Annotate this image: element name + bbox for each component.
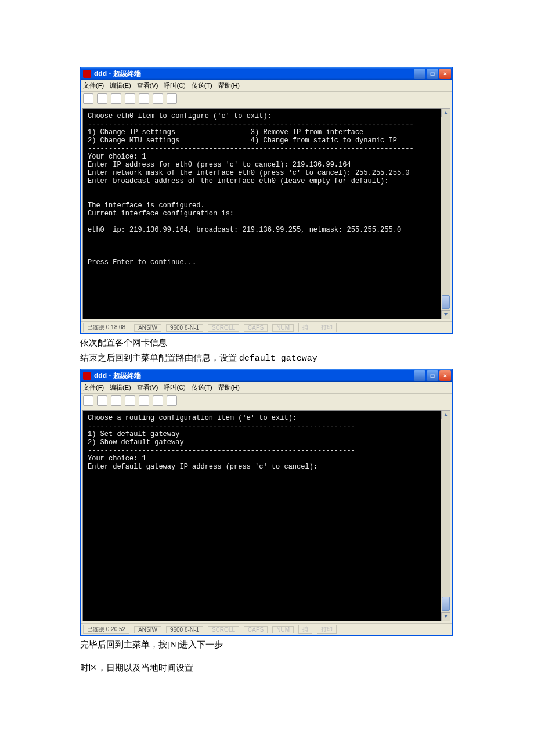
- close-button[interactable]: ×: [439, 69, 451, 79]
- open-icon[interactable]: [97, 395, 107, 406]
- status-caps: CAPS: [244, 324, 268, 332]
- doc-paragraph-3: 完毕后回到主菜单，按[N]进入下一步: [80, 638, 454, 651]
- hyperterminal-window-2: ddd - 超级终端 _ □ × 文件(F) 编辑(E) 查看(V) 呼叫(C)…: [80, 369, 453, 636]
- menu-help[interactable]: 帮助(H): [218, 383, 240, 392]
- status-num: NUM: [272, 324, 294, 332]
- window-title: ddd - 超级终端: [94, 69, 141, 79]
- menu-call[interactable]: 呼叫(C): [164, 383, 185, 392]
- properties-icon[interactable]: [167, 93, 177, 104]
- hyperterminal-window-1: ddd - 超级终端 _ □ × 文件(F) 编辑(E) 查看(V) 呼叫(C)…: [80, 67, 453, 334]
- doc-paragraph-1: 依次配置各个网卡信息: [80, 336, 454, 349]
- vertical-scrollbar[interactable]: [441, 410, 450, 621]
- titlebar[interactable]: ddd - 超级终端 _ □ ×: [81, 369, 452, 382]
- menu-file[interactable]: 文件(F): [83, 383, 104, 392]
- menu-view[interactable]: 查看(V): [137, 383, 158, 392]
- doc-paragraph-4: 时区，日期以及当地时间设置: [80, 661, 454, 674]
- terminal-output[interactable]: Choose a routing configuration item ('e'…: [82, 410, 441, 621]
- status-caps: CAPS: [244, 626, 268, 633]
- menu-edit[interactable]: 编辑(E): [110, 383, 131, 392]
- status-scroll: SCROLL: [208, 324, 239, 332]
- receive-icon[interactable]: [153, 93, 163, 104]
- status-scroll: SCROLL: [208, 626, 239, 633]
- status-connection: 已连接 0:20:52: [83, 625, 129, 634]
- status-connection: 已连接 0:18:08: [83, 323, 129, 332]
- doc-paragraph-2: 结束之后回到主菜单配置路由信息，设置 default gateway: [80, 351, 454, 365]
- call-icon[interactable]: [111, 93, 121, 104]
- menu-file[interactable]: 文件(F): [83, 81, 104, 90]
- app-icon: [83, 372, 91, 380]
- scroll-thumb[interactable]: [442, 295, 450, 309]
- titlebar[interactable]: ddd - 超级终端 _ □ ×: [81, 67, 452, 80]
- menu-help[interactable]: 帮助(H): [218, 81, 240, 90]
- status-print: 打印: [317, 323, 337, 332]
- scroll-thumb[interactable]: [442, 597, 450, 611]
- window-title: ddd - 超级终端: [94, 371, 141, 381]
- minimize-button[interactable]: _: [414, 370, 425, 381]
- status-print: 打印: [317, 625, 337, 634]
- status-emulation: ANSIW: [134, 626, 161, 633]
- receive-icon[interactable]: [153, 395, 163, 406]
- scroll-down-icon[interactable]: [441, 310, 450, 319]
- properties-icon[interactable]: [167, 395, 177, 406]
- send-icon[interactable]: [139, 395, 149, 406]
- doc-mono-gateway: default gateway: [239, 354, 317, 363]
- open-icon[interactable]: [97, 93, 107, 104]
- vertical-scrollbar[interactable]: [441, 108, 450, 319]
- status-baud: 9600 8-N-1: [166, 626, 203, 633]
- hangup-icon[interactable]: [125, 395, 135, 406]
- app-icon: [83, 70, 91, 78]
- close-button[interactable]: ×: [439, 370, 451, 381]
- send-icon[interactable]: [139, 93, 149, 104]
- status-bar: 已连接 0:18:08 ANSIW 9600 8-N-1 SCROLL CAPS…: [81, 321, 452, 333]
- toolbar: [81, 92, 452, 106]
- menu-transfer[interactable]: 传送(T): [192, 383, 212, 392]
- menu-bar: 文件(F) 编辑(E) 查看(V) 呼叫(C) 传送(T) 帮助(H): [81, 80, 452, 92]
- scroll-up-icon[interactable]: [441, 410, 450, 419]
- status-num: NUM: [272, 626, 294, 633]
- hangup-icon[interactable]: [125, 93, 135, 104]
- scroll-down-icon[interactable]: [441, 612, 450, 621]
- toolbar: [81, 394, 452, 408]
- status-capture: 捕: [298, 625, 312, 634]
- terminal-output[interactable]: Choose eth0 item to configure ('e' to ex…: [82, 108, 441, 319]
- maximize-button[interactable]: □: [427, 370, 438, 381]
- menu-transfer[interactable]: 传送(T): [192, 81, 212, 90]
- status-capture: 捕: [298, 323, 312, 332]
- minimize-button[interactable]: _: [414, 69, 425, 79]
- menu-bar: 文件(F) 编辑(E) 查看(V) 呼叫(C) 传送(T) 帮助(H): [81, 382, 452, 394]
- status-emulation: ANSIW: [134, 324, 161, 332]
- new-icon[interactable]: [83, 395, 93, 406]
- status-bar: 已连接 0:20:52 ANSIW 9600 8-N-1 SCROLL CAPS…: [81, 623, 452, 635]
- doc-paragraph-2a: 结束之后回到主菜单配置路由信息，设置: [80, 353, 239, 362]
- maximize-button[interactable]: □: [427, 69, 438, 79]
- status-baud: 9600 8-N-1: [166, 324, 203, 332]
- menu-edit[interactable]: 编辑(E): [110, 81, 131, 90]
- menu-view[interactable]: 查看(V): [137, 81, 158, 90]
- call-icon[interactable]: [111, 395, 121, 406]
- menu-call[interactable]: 呼叫(C): [164, 81, 185, 90]
- scroll-up-icon[interactable]: [441, 108, 450, 117]
- new-icon[interactable]: [83, 93, 93, 104]
